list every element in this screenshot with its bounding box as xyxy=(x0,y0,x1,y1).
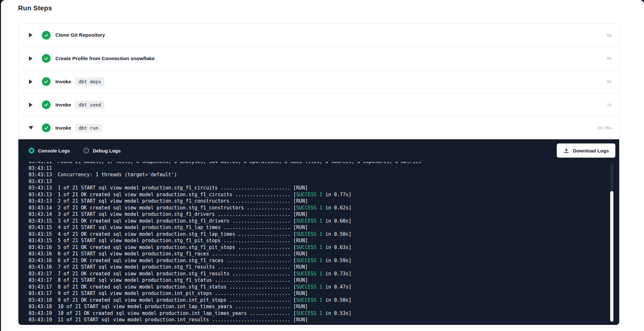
log-line: 03:43:17 8 of 21 START sql view model pr… xyxy=(29,277,600,284)
log-timestamp: 03:43:18 xyxy=(29,304,52,309)
step-row-clone-git[interactable]: Clone Git Repository 0s xyxy=(18,23,619,47)
step-row-create-profile[interactable]: Create Profile from Connection snowflake… xyxy=(18,47,619,70)
step-row-dbt-run[interactable]: Invoke dbt run 2m 26s xyxy=(18,116,619,139)
log-line: 03:43:16 6 of 21 START sql view model pr… xyxy=(29,251,600,257)
log-success-tag: SUCCESS 1 xyxy=(296,205,322,211)
log-line: 03:43:13 1 of 21 OK created sql view mod… xyxy=(29,191,600,198)
log-message: 10 of 21 START sql view model production… xyxy=(52,304,290,309)
success-check-icon xyxy=(42,31,51,40)
radio-selected-icon[interactable] xyxy=(29,148,34,153)
log-message: 4 of 21 OK created sql view model produc… xyxy=(52,231,290,237)
chevron-right-icon[interactable] xyxy=(29,33,33,37)
log-timestamp: 03:43:16 xyxy=(29,264,52,270)
scrollbar-thumb[interactable] xyxy=(610,191,613,322)
log-status-tag: [RUN] xyxy=(290,238,308,244)
log-success-tag: SUCCESS 1 xyxy=(296,310,322,316)
download-icon xyxy=(563,147,570,154)
log-line: 03:43:18 10 of 21 START sql view model p… xyxy=(29,303,600,310)
log-status-tag: [RUN] xyxy=(290,211,308,217)
log-timestamp: 03:43:17 xyxy=(29,284,52,290)
step-label: Invoke xyxy=(55,125,71,131)
log-timestamp: 03:43:19 xyxy=(29,317,52,323)
chevron-right-icon[interactable] xyxy=(29,103,33,107)
log-line: 03:43:16 6 of 21 OK created sql view mod… xyxy=(29,257,600,264)
console-logs-radio[interactable]: Console Logs xyxy=(29,148,70,153)
log-message: 1 of 21 OK created sql view model produc… xyxy=(52,192,290,198)
debug-logs-radio[interactable]: Debug Logs xyxy=(83,148,121,153)
log-message xyxy=(52,179,58,184)
chevron-down-icon[interactable] xyxy=(29,126,33,130)
log-line: 03:43:13 Concurrency: 1 threads (target=… xyxy=(29,171,600,178)
step-command-chip: dbt seed xyxy=(75,101,105,109)
log-timestamp: 03:43:17 xyxy=(29,290,52,296)
log-message: 7 of 21 START sql view model production.… xyxy=(52,264,290,270)
log-timestamp: 03:43:16 xyxy=(29,251,52,257)
log-timestamp: 03:43:18 xyxy=(29,297,52,303)
log-timestamp: 03:43:13 xyxy=(29,179,52,184)
step-row-dbt-deps[interactable]: Invoke dbt deps 0s xyxy=(18,70,619,93)
scrollbar-track[interactable] xyxy=(610,163,613,322)
log-timestamp: 03:43:15 xyxy=(29,238,52,244)
download-logs-label: Download Logs xyxy=(573,148,609,153)
log-timestamp: 03:43:11 xyxy=(29,165,52,171)
log-line: 03:43:17 9 of 21 START sql view model pr… xyxy=(29,290,600,297)
log-line: 03:43:14 2 of 21 OK created sql view mod… xyxy=(29,205,600,211)
log-line: 03:43:17 7 of 21 OK created sql view mod… xyxy=(29,271,600,277)
log-message: 3 of 21 START sql view model production.… xyxy=(52,211,290,217)
step-label: Invoke xyxy=(55,102,71,108)
log-message: 4 of 21 START sql view model production.… xyxy=(52,225,290,230)
step-label: Create Profile from Connection snowflake xyxy=(55,56,155,61)
step-label: Invoke xyxy=(55,79,71,85)
step-command-chip: dbt deps xyxy=(75,78,105,86)
log-message: 9 of 21 START sql view model production.… xyxy=(52,290,290,296)
radio-label: Debug Logs xyxy=(93,148,121,153)
download-logs-button[interactable]: Download Logs xyxy=(557,143,615,158)
log-message: 2 of 21 OK created sql view model produc… xyxy=(52,205,290,211)
log-message: 7 of 21 OK created sql view model produc… xyxy=(52,271,290,277)
log-success-tag: SUCCESS 1 xyxy=(296,231,322,237)
chevron-right-icon[interactable] xyxy=(29,79,33,84)
log-status-tag: [RUN] xyxy=(290,251,308,257)
log-timestamp: 03:43:16 xyxy=(29,258,52,263)
log-line: 03:43:16 7 of 21 START sql view model pr… xyxy=(29,264,600,271)
log-status-tag: [RUN] xyxy=(290,225,308,230)
log-message: 8 of 21 OK created sql view model produc… xyxy=(52,284,290,290)
log-lines: 03:43:11 Found 21 models, 17 tests, 0 sn… xyxy=(29,162,600,323)
log-line: 03:43:11 xyxy=(29,165,600,172)
step-duration: 1s xyxy=(607,102,611,107)
log-message: 3 of 21 OK created sql view model produc… xyxy=(52,218,290,224)
log-timestamp: 03:43:13 xyxy=(29,192,52,198)
log-message: Found 21 models, 17 tests, 0 snapshots, … xyxy=(52,162,421,164)
log-message: 10 of 21 OK created sql view model produ… xyxy=(52,310,290,316)
log-timestamp: 03:43:14 xyxy=(29,211,52,217)
step-duration: 0s xyxy=(607,56,611,61)
step-duration: 2m 26s xyxy=(597,125,611,130)
radio-unselected-icon[interactable] xyxy=(83,148,89,153)
log-line: 03:43:13 1 of 21 START sql view model pr… xyxy=(29,185,600,191)
console-log-output[interactable]: 03:43:11 Found 21 models, 17 tests, 0 sn… xyxy=(18,162,619,323)
log-line: 03:43:15 5 of 21 START sql view model pr… xyxy=(29,237,600,244)
success-check-icon xyxy=(42,77,51,86)
run-steps-content: Run Steps Clone Git Repository 0s Create… xyxy=(1,0,644,327)
step-duration: 0s xyxy=(607,33,611,38)
radio-label: Console Logs xyxy=(38,148,70,153)
chevron-right-icon[interactable] xyxy=(29,56,33,61)
log-message: 11 of 21 START sql view model production… xyxy=(52,317,290,323)
success-check-icon xyxy=(42,54,51,63)
log-status-tag: [RUN] xyxy=(290,304,308,309)
log-success-tag: SUCCESS 1 xyxy=(296,218,322,224)
log-success-tag: SUCCESS 1 xyxy=(296,258,322,263)
log-line: 03:43:18 9 of 21 OK created sql view mod… xyxy=(29,297,600,304)
log-success-tag: SUCCESS 1 xyxy=(296,271,322,277)
log-message: 6 of 21 OK created sql view model produc… xyxy=(52,258,290,263)
log-line: 03:43:15 3 of 21 OK created sql view mod… xyxy=(29,218,600,225)
log-message: 2 of 21 START sql view model production.… xyxy=(52,198,290,204)
step-duration: 0s xyxy=(607,79,611,84)
step-row-dbt-seed[interactable]: Invoke dbt seed 1s xyxy=(18,93,619,116)
log-message: 9 of 21 OK created sql view model produc… xyxy=(52,297,290,303)
log-line: 03:43:15 4 of 21 START sql view model pr… xyxy=(29,224,600,231)
log-success-tag: SUCCESS 1 xyxy=(296,284,322,290)
log-status-tag: [RUN] xyxy=(290,290,308,296)
log-line: 03:43:13 2 of 21 START sql view model pr… xyxy=(29,198,600,205)
log-timestamp: 03:43:15 xyxy=(29,218,52,224)
